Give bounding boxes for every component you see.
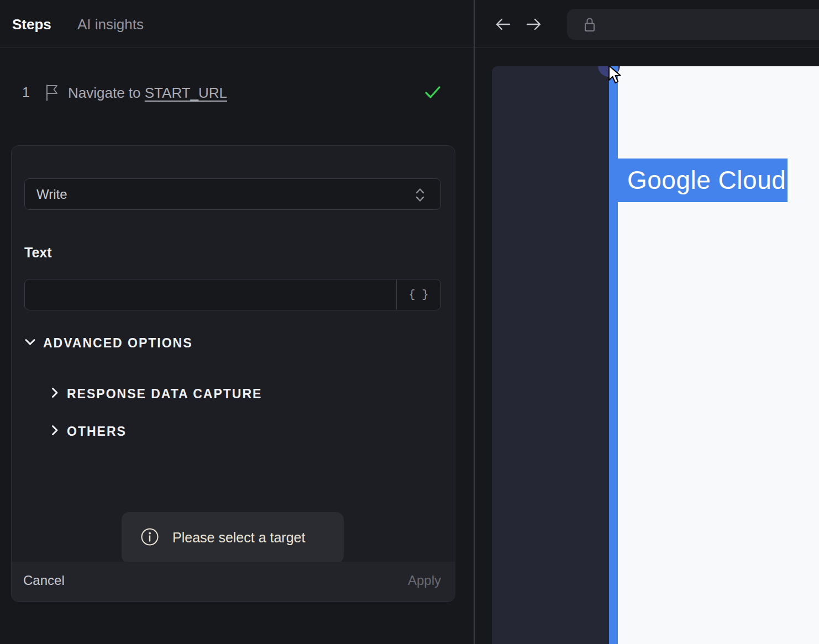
chevron-down-icon [24,337,36,349]
top-header: Steps AI insights [0,0,819,48]
tooltip-text: Please select a target [172,530,305,546]
response-data-capture-label: RESPONSE DATA CAPTURE [67,387,262,402]
back-button[interactable] [494,15,512,35]
step-number: 1 [22,85,30,101]
lock-icon [581,16,598,36]
url-bar[interactable] [567,9,819,40]
advanced-options-toggle[interactable]: ADVANCED OPTIONS [24,334,193,352]
chevron-right-icon [50,387,59,401]
check-icon [424,86,441,102]
page-content-area [618,66,819,644]
step-row-1[interactable]: 1 Navigate to START_URL [0,77,474,108]
select-chevrons-icon [414,187,426,205]
tab-ai-insights[interactable]: AI insights [77,16,144,33]
card-footer: Cancel Apply [12,562,455,601]
step-action-text: Navigate to [68,85,145,101]
others-toggle[interactable]: OTHERS [50,423,127,440]
step-target-link[interactable]: START_URL [145,85,227,101]
action-type-select[interactable]: Write [24,178,441,210]
text-field-label: Text [24,245,52,261]
cancel-button[interactable]: Cancel [23,573,65,588]
browser-preview: Google Cloud [492,66,819,644]
step-label: Navigate to START_URL [68,85,227,102]
text-input-group: { } [24,279,441,310]
back-arrow-icon [494,27,512,35]
pane-divider [474,0,475,644]
mouse-cursor-icon [608,66,626,87]
forward-button[interactable] [525,15,543,35]
forward-arrow-icon [525,27,543,35]
select-target-tooltip: Please select a target [122,512,344,563]
app-window: Steps AI insights [0,0,819,644]
page-accent-stripe [609,66,618,644]
flag-icon [45,84,59,104]
response-data-capture-toggle[interactable]: RESPONSE DATA CAPTURE [50,386,262,402]
brand-link-google-cloud[interactable]: Google Cloud [609,159,788,202]
text-input[interactable] [25,279,396,310]
action-select-value: Write [36,187,67,202]
apply-button[interactable]: Apply [408,573,441,588]
advanced-options-label: ADVANCED OPTIONS [43,336,193,351]
chevron-right-icon [50,424,59,439]
info-icon [140,527,159,548]
others-label: OTHERS [67,424,127,439]
step-editor-card: Write Text { } ADVA [11,145,455,602]
insert-variable-button[interactable]: { } [396,279,440,310]
tab-steps[interactable]: Steps [12,16,51,33]
steps-pane: 1 Navigate to START_URL Write [0,48,474,644]
